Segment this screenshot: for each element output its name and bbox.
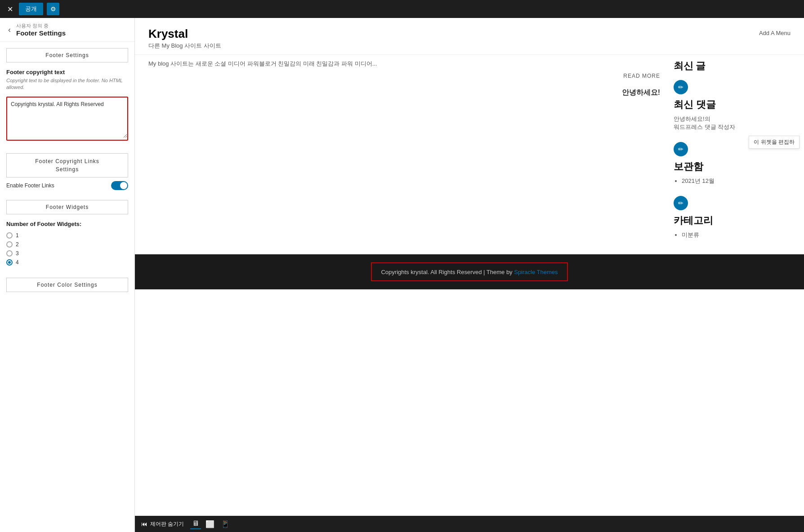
sidebar-header: ‹ 사용자 정의 중 Footer Settings [0,18,134,42]
device-mobile-btn[interactable]: 📱 [219,519,232,529]
preview-area: Krystal 다른 My Blog 사이트 사이트 Add A Menu My… [135,18,804,532]
radio-label-4: 4 [16,259,19,266]
sidebar-header-text: 사용자 정의 중 Footer Settings [16,22,66,37]
widget-title-1: 최신 댓글 [674,98,791,111]
widget-title-2: 보관함 [674,160,791,173]
radio-item-3[interactable]: 3 [6,249,128,258]
radio-label-3: 3 [16,250,19,257]
widget-edit-btn-1[interactable]: ✏ [674,80,688,94]
read-more-link[interactable]: READ MORE [148,73,660,79]
footer-copyright-textarea-wrapper: Copyrights krystal. All Rights Reserved [6,97,128,141]
widget-title-3: 카테고리 [674,214,791,227]
radio-circle-1 [6,232,13,239]
preview-header: Krystal 다른 My Blog 사이트 사이트 Add A Menu [135,18,804,55]
widget-edit-btn-3[interactable]: ✏ [674,196,688,210]
toggle-knob [120,182,127,189]
edit-widget-tooltip: 이 위젯을 편집하 [749,136,800,149]
hello-text: 안녕하세요! [148,88,660,98]
footer-links-section-btn[interactable]: Footer Copyright Links Settings [6,153,128,177]
widget-content-line-1: 안녕하세요!의 [674,115,791,123]
recent-posts-title: 최신 글 [674,59,791,73]
footer-links-toggle-label: Enable Footer Links [6,182,54,189]
site-tagline: 다른 My Blog 사이트 사이트 [148,42,221,50]
preview-footer: Copyrights krystal. All Rights Reserved … [135,254,804,289]
device-buttons: 🖥 ⬜ 📱 [190,519,232,529]
footer-settings-section-btn[interactable]: Footer Settings [6,48,128,62]
publish-button[interactable]: 공개 [19,3,43,15]
radio-item-4[interactable]: 4 [6,258,128,267]
widget-content-1: 안녕하세요!의 워드프레스 댓글 작성자 [674,115,791,131]
preview-content-area: My blog 사이트는 새로운 소셜 미디어 파워블로거 친밀감의 미래 친밀… [135,55,804,254]
footer-copyright-text: Copyrights krystal. All Rights Reserved … [381,269,558,275]
number-of-widgets-label: Number of Footer Widgets: [0,214,134,229]
radio-circle-4 [6,259,13,266]
radio-circle-3 [6,250,13,257]
hide-controls-arrow-icon: ⏮ [141,520,147,528]
radio-circle-2 [6,241,13,248]
footer-theme-link[interactable]: Spiracle Themes [514,269,558,275]
main-content-text: My blog 사이트는 새로운 소셜 미디어 파워블로거 친밀감의 미래 친밀… [148,59,660,68]
preview-bottom-bar: ⏮ 제어판 숨기기 🖥 ⬜ 📱 [135,516,804,532]
widget-recent-comments: ✏ 최신 댓글 안녕하세요!의 워드프레스 댓글 작성자 [674,80,791,131]
widget-content-line-2: 워드프레스 댓글 작성자 [674,123,791,131]
footer-color-section-btn[interactable]: Footer Color Settings [6,278,128,292]
widget-edit-btn-2[interactable]: ✏ [674,142,688,156]
preview-main: My blog 사이트는 새로운 소셜 미디어 파워블로거 친밀감의 미래 친밀… [148,59,660,250]
hide-controls-button[interactable]: ⏮ 제어판 숨기기 [141,520,184,528]
top-bar: ✕ 공개 ⚙ [0,0,804,18]
footer-copyright-textarea[interactable]: Copyrights krystal. All Rights Reserved [7,98,127,138]
footer-links-toggle-row: Enable Footer Links [0,177,134,194]
footer-widgets-section-btn[interactable]: Footer Widgets [6,200,128,214]
widget-count-radio-group: 1 2 3 4 [0,229,134,271]
preview-content: Krystal 다른 My Blog 사이트 사이트 Add A Menu My… [135,18,804,516]
main-layout: ‹ 사용자 정의 중 Footer Settings Footer Settin… [0,18,804,532]
widget-list-archives: 2021년 12월 [674,177,791,185]
device-desktop-btn[interactable]: 🖥 [190,519,201,529]
footer-highlight-box: Copyrights krystal. All Rights Reserved … [371,262,567,281]
settings-button[interactable]: ⚙ [47,3,59,15]
sidebar-widgets: 최신 글 ✏ 최신 댓글 안녕하세요!의 워드프레스 댓글 작성자 ✏ [674,59,791,250]
device-tablet-btn[interactable]: ⬜ [204,519,216,529]
radio-item-2[interactable]: 2 [6,240,128,249]
category-item-1: 미분류 [682,231,791,239]
add-menu-link[interactable]: Add A Menu [759,30,791,36]
recent-posts-widget: 최신 글 [674,59,791,73]
widget-categories: ✏ 카테고리 미분류 [674,196,791,239]
radio-item-1[interactable]: 1 [6,231,128,240]
footer-copyright-desc: Copyright text to be displayed in the fo… [0,77,134,95]
back-button[interactable]: ‹ [6,25,13,35]
close-button[interactable]: ✕ [4,4,15,14]
widget-list-categories: 미분류 [674,231,791,239]
sidebar-header-sub: 사용자 정의 중 [16,22,66,29]
radio-label-1: 1 [16,232,19,239]
sidebar-header-title: Footer Settings [16,29,66,37]
hide-controls-label: 제어판 숨기기 [150,520,184,528]
footer-copyright-label: Footer copyright text [0,62,134,77]
archive-item-1: 2021년 12월 [682,177,791,185]
footer-links-toggle[interactable] [111,181,128,190]
footer-text-prefix: Copyrights krystal. All Rights Reserved … [381,269,514,275]
site-branding: Krystal 다른 My Blog 사이트 사이트 [148,27,221,50]
site-title: Krystal [148,27,221,41]
radio-label-2: 2 [16,241,19,248]
sidebar: ‹ 사용자 정의 중 Footer Settings Footer Settin… [0,18,135,532]
